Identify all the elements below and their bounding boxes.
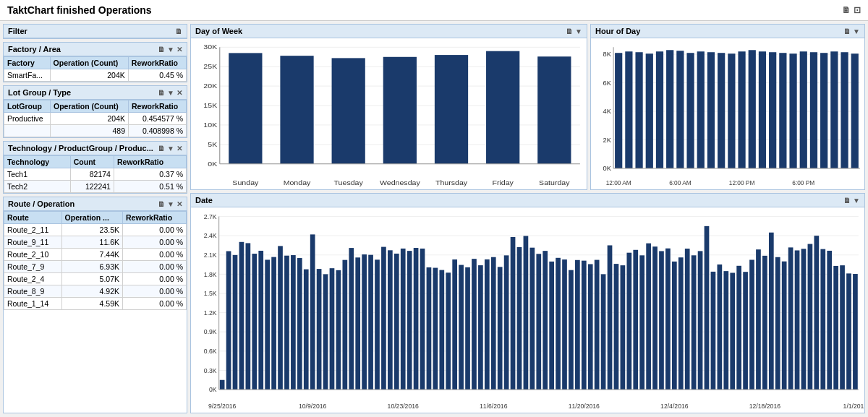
svg-rect-108 — [336, 270, 341, 390]
svg-rect-124 — [439, 270, 444, 390]
tech-filter-icon[interactable]: ▼ — [167, 145, 174, 152]
hod-save-icon[interactable]: 🗎 — [843, 27, 851, 35]
tech-table: Technology Count ReworkRatio Tech1821740… — [4, 155, 187, 193]
svg-rect-121 — [420, 249, 425, 390]
lot-clear-icon[interactable]: ✕ — [176, 89, 182, 97]
table-cell: 0.454577 % — [129, 113, 187, 125]
svg-rect-52 — [738, 51, 745, 168]
svg-rect-42 — [635, 52, 642, 168]
tech-col-2: Count — [70, 156, 114, 168]
svg-rect-186 — [840, 265, 845, 390]
svg-text:1.2K: 1.2K — [204, 309, 217, 317]
svg-rect-40 — [615, 53, 622, 168]
svg-rect-144 — [569, 270, 574, 390]
svg-rect-138 — [529, 248, 535, 390]
svg-text:6K: 6K — [603, 79, 612, 87]
svg-rect-160 — [672, 262, 677, 390]
lot-group-label: Lot Group / Type — [8, 88, 71, 97]
svg-rect-112 — [362, 254, 367, 390]
hod-filter-icon[interactable]: ▼ — [853, 27, 860, 35]
table-cell: 204K — [51, 113, 129, 125]
filter-save-icon[interactable]: 🗎 — [175, 27, 182, 35]
chart-top-row: Day of Week 🗎 ▼ 0K5K10K15K20K25K30KSunda… — [190, 24, 865, 190]
svg-rect-130 — [478, 265, 483, 390]
factory-col-3: ReworkRatio — [128, 57, 186, 69]
export-icon[interactable]: ⊡ — [854, 5, 861, 15]
table-row[interactable]: Route_8_94.92K0.00 % — [4, 285, 187, 298]
table-row[interactable]: 4890.408998 % — [4, 125, 187, 137]
svg-rect-104 — [310, 234, 315, 390]
dow-chart-box: Day of Week 🗎 ▼ 0K5K10K15K20K25K30KSunda… — [190, 24, 587, 190]
svg-rect-22 — [435, 55, 468, 164]
dow-filter-icon[interactable]: ▼ — [575, 27, 582, 35]
table-row[interactable]: Route_2_45.07K0.00 % — [4, 273, 187, 285]
dow-save-icon[interactable]: 🗎 — [566, 27, 573, 35]
svg-rect-165 — [705, 226, 710, 390]
technology-label: Technology / ProductGroup / Produc... — [8, 144, 153, 152]
svg-rect-146 — [582, 261, 587, 390]
factory-clear-icon[interactable]: ✕ — [176, 46, 182, 53]
date-filter-icon[interactable]: ▼ — [853, 197, 860, 205]
svg-rect-55 — [769, 52, 776, 168]
lot-col-3: ReworkRatio — [129, 100, 187, 113]
date-save-icon[interactable]: 🗎 — [843, 197, 851, 205]
table-row[interactable]: Route_2_1123.5K0.00 % — [4, 224, 187, 236]
svg-rect-145 — [575, 260, 580, 390]
date-chart-box: Date 🗎 ▼ 0K0.3K0.6K0.9K1.2K1.5K1.8K2.1K2… — [190, 193, 865, 413]
table-row[interactable]: Route_7_96.93K0.00 % — [4, 261, 187, 273]
table-row[interactable]: Route_9_1111.6K0.00 % — [4, 236, 187, 249]
svg-rect-149 — [601, 274, 606, 390]
svg-text:8K: 8K — [603, 51, 612, 58]
tech-save-icon[interactable]: 🗎 — [158, 145, 165, 152]
table-row[interactable]: Tech1821740.37 % — [4, 168, 187, 181]
table-cell: Productive — [4, 113, 51, 125]
svg-rect-161 — [678, 257, 684, 390]
svg-rect-175 — [769, 233, 774, 390]
table-row[interactable]: Productive204K0.454577 % — [4, 113, 187, 125]
table-cell: Route_2_11 — [4, 224, 62, 236]
route-table-container[interactable]: Route Operation ... ReworkRatio Route_2_… — [4, 211, 187, 310]
svg-rect-157 — [652, 246, 658, 390]
table-cell: Route_9_11 — [4, 236, 62, 249]
svg-rect-148 — [595, 260, 600, 390]
svg-rect-110 — [349, 248, 354, 390]
table-cell: 0.00 % — [123, 249, 187, 261]
filter-box: Filter 🗎 — [3, 24, 187, 39]
factory-save-icon[interactable]: 🗎 — [158, 46, 165, 53]
route-filter-icon[interactable]: ▼ — [167, 200, 174, 208]
factory-table: Factory Operation (Count) ReworkRatio Sm… — [4, 56, 187, 82]
tech-clear-icon[interactable]: ✕ — [176, 145, 182, 152]
svg-rect-102 — [297, 258, 302, 390]
save-icon[interactable]: 🗎 — [842, 5, 851, 15]
table-row[interactable]: Route_1_144.59K0.00 % — [4, 298, 187, 310]
svg-rect-103 — [304, 270, 309, 390]
filter-label: Filter — [8, 27, 27, 35]
lot-filter-icon[interactable]: ▼ — [167, 89, 174, 97]
svg-rect-135 — [511, 237, 516, 390]
svg-rect-50 — [718, 53, 725, 168]
svg-rect-117 — [394, 254, 399, 390]
lot-save-icon[interactable]: 🗎 — [158, 89, 165, 97]
svg-text:12:00 AM: 12:00 AM — [606, 179, 631, 186]
svg-rect-188 — [853, 274, 858, 390]
route-col-2: Operation ... — [61, 212, 122, 224]
route-save-icon[interactable]: 🗎 — [158, 200, 165, 208]
table-cell: 4.59K — [61, 298, 122, 310]
factory-filter-icon[interactable]: ▼ — [167, 46, 174, 53]
svg-rect-127 — [459, 265, 464, 390]
table-row[interactable]: SmartFa...204K0.45 % — [4, 69, 187, 82]
svg-rect-61 — [830, 51, 838, 168]
svg-rect-155 — [639, 255, 644, 390]
svg-rect-181 — [808, 244, 813, 390]
svg-rect-106 — [323, 274, 328, 390]
svg-text:4K: 4K — [603, 108, 612, 115]
svg-rect-53 — [749, 50, 756, 168]
svg-rect-118 — [401, 249, 406, 390]
svg-rect-16 — [280, 56, 313, 164]
table-row[interactable]: Route_2_107.44K0.00 % — [4, 249, 187, 261]
table-cell: 0.00 % — [123, 224, 187, 236]
table-row[interactable]: Tech21222410.51 % — [4, 181, 187, 193]
route-clear-icon[interactable]: ✕ — [176, 200, 182, 208]
table-cell: SmartFa... — [4, 69, 51, 82]
svg-text:10/23/2016: 10/23/2016 — [388, 403, 419, 410]
